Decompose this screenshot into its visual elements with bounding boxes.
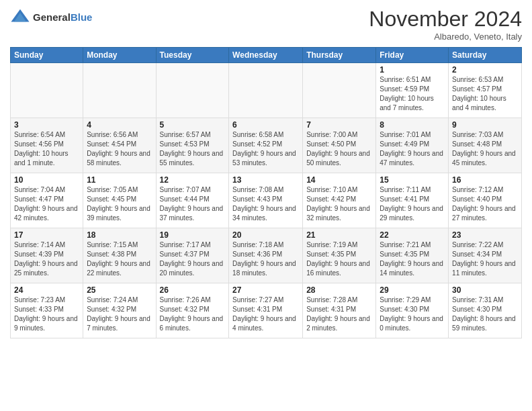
day-number: 22 — [380, 230, 445, 240]
day-info: Sunrise: 7:17 AM Sunset: 4:37 PM Dayligh… — [160, 240, 226, 278]
day-info: Sunrise: 7:23 AM Sunset: 4:33 PM Dayligh… — [14, 295, 79, 333]
day-info: Sunrise: 7:29 AM Sunset: 4:30 PM Dayligh… — [380, 295, 445, 333]
day-info: Sunrise: 7:26 AM Sunset: 4:32 PM Dayligh… — [160, 295, 226, 333]
table-row: 18Sunrise: 7:15 AM Sunset: 4:38 PM Dayli… — [83, 228, 156, 283]
logo-icon — [10, 7, 30, 27]
day-number: 29 — [380, 285, 445, 295]
table-row: 21Sunrise: 7:19 AM Sunset: 4:35 PM Dayli… — [303, 228, 376, 283]
table-row: 8Sunrise: 7:01 AM Sunset: 4:49 PM Daylig… — [376, 118, 449, 173]
logo-text: GeneralBlue — [33, 11, 92, 23]
day-number: 20 — [232, 230, 299, 240]
day-number: 28 — [306, 285, 372, 295]
table-row: 19Sunrise: 7:17 AM Sunset: 4:37 PM Dayli… — [156, 228, 229, 283]
col-wednesday: Wednesday — [229, 48, 303, 63]
day-info: Sunrise: 7:18 AM Sunset: 4:36 PM Dayligh… — [232, 240, 299, 278]
table-row: 3Sunrise: 6:54 AM Sunset: 4:56 PM Daylig… — [11, 118, 83, 173]
calendar-header-row: Sunday Monday Tuesday Wednesday Thursday… — [11, 48, 522, 63]
table-row: 9Sunrise: 7:03 AM Sunset: 4:48 PM Daylig… — [449, 118, 522, 173]
logo: GeneralBlue — [10, 7, 92, 27]
day-number: 16 — [452, 175, 518, 185]
table-row: 10Sunrise: 7:04 AM Sunset: 4:47 PM Dayli… — [11, 173, 83, 228]
table-row: 12Sunrise: 7:07 AM Sunset: 4:44 PM Dayli… — [156, 173, 229, 228]
day-info: Sunrise: 7:31 AM Sunset: 4:30 PM Dayligh… — [452, 295, 518, 333]
day-info: Sunrise: 6:53 AM Sunset: 4:57 PM Dayligh… — [452, 75, 518, 113]
day-info: Sunrise: 7:15 AM Sunset: 4:38 PM Dayligh… — [87, 240, 152, 278]
table-row — [83, 63, 156, 118]
table-row: 22Sunrise: 7:21 AM Sunset: 4:35 PM Dayli… — [376, 228, 449, 283]
day-number: 24 — [14, 285, 79, 295]
day-number: 30 — [452, 285, 518, 295]
day-info: Sunrise: 7:10 AM Sunset: 4:42 PM Dayligh… — [306, 185, 372, 223]
day-info: Sunrise: 6:56 AM Sunset: 4:54 PM Dayligh… — [87, 130, 152, 168]
month-title: November 2024 — [369, 7, 522, 32]
day-info: Sunrise: 7:08 AM Sunset: 4:43 PM Dayligh… — [232, 185, 299, 223]
day-number: 25 — [87, 285, 152, 295]
day-number: 27 — [232, 285, 299, 295]
location: Albaredo, Veneto, Italy — [369, 32, 522, 42]
table-row — [11, 63, 83, 118]
col-monday: Monday — [83, 48, 156, 63]
table-row: 23Sunrise: 7:22 AM Sunset: 4:34 PM Dayli… — [449, 228, 522, 283]
logo-blue: Blue — [71, 11, 93, 23]
day-number: 2 — [452, 65, 518, 75]
day-info: Sunrise: 6:57 AM Sunset: 4:53 PM Dayligh… — [160, 130, 226, 168]
table-row: 24Sunrise: 7:23 AM Sunset: 4:33 PM Dayli… — [11, 283, 83, 338]
day-info: Sunrise: 7:03 AM Sunset: 4:48 PM Dayligh… — [452, 130, 518, 168]
day-number: 17 — [14, 230, 79, 240]
day-info: Sunrise: 7:12 AM Sunset: 4:40 PM Dayligh… — [452, 185, 518, 223]
day-info: Sunrise: 7:05 AM Sunset: 4:45 PM Dayligh… — [87, 185, 152, 223]
logo-general: General — [33, 11, 71, 23]
day-number: 12 — [160, 175, 226, 185]
day-number: 19 — [160, 230, 226, 240]
title-area: November 2024 Albaredo, Veneto, Italy — [369, 7, 522, 42]
day-number: 5 — [160, 120, 226, 130]
day-number: 8 — [380, 120, 445, 130]
day-number: 15 — [380, 175, 445, 185]
day-number: 1 — [380, 65, 445, 75]
day-info: Sunrise: 7:27 AM Sunset: 4:31 PM Dayligh… — [232, 295, 299, 333]
day-info: Sunrise: 6:54 AM Sunset: 4:56 PM Dayligh… — [14, 130, 79, 168]
day-number: 7 — [306, 120, 372, 130]
day-number: 14 — [306, 175, 372, 185]
col-tuesday: Tuesday — [156, 48, 229, 63]
table-row: 30Sunrise: 7:31 AM Sunset: 4:30 PM Dayli… — [449, 283, 522, 338]
day-info: Sunrise: 7:07 AM Sunset: 4:44 PM Dayligh… — [160, 185, 226, 223]
day-info: Sunrise: 7:01 AM Sunset: 4:49 PM Dayligh… — [380, 130, 445, 168]
day-number: 13 — [232, 175, 299, 185]
table-row — [229, 63, 303, 118]
table-row: 14Sunrise: 7:10 AM Sunset: 4:42 PM Dayli… — [303, 173, 376, 228]
table-row: 29Sunrise: 7:29 AM Sunset: 4:30 PM Dayli… — [376, 283, 449, 338]
table-row: 13Sunrise: 7:08 AM Sunset: 4:43 PM Dayli… — [229, 173, 303, 228]
table-row: 1Sunrise: 6:51 AM Sunset: 4:59 PM Daylig… — [376, 63, 449, 118]
day-number: 23 — [452, 230, 518, 240]
table-row: 26Sunrise: 7:26 AM Sunset: 4:32 PM Dayli… — [156, 283, 229, 338]
day-number: 9 — [452, 120, 518, 130]
col-friday: Friday — [376, 48, 449, 63]
day-number: 3 — [14, 120, 79, 130]
table-row: 2Sunrise: 6:53 AM Sunset: 4:57 PM Daylig… — [449, 63, 522, 118]
day-info: Sunrise: 7:11 AM Sunset: 4:41 PM Dayligh… — [380, 185, 445, 223]
table-row: 20Sunrise: 7:18 AM Sunset: 4:36 PM Dayli… — [229, 228, 303, 283]
day-number: 4 — [87, 120, 152, 130]
day-number: 21 — [306, 230, 372, 240]
col-sunday: Sunday — [11, 48, 83, 63]
table-row: 17Sunrise: 7:14 AM Sunset: 4:39 PM Dayli… — [11, 228, 83, 283]
table-row: 25Sunrise: 7:24 AM Sunset: 4:32 PM Dayli… — [83, 283, 156, 338]
day-info: Sunrise: 7:14 AM Sunset: 4:39 PM Dayligh… — [14, 240, 79, 278]
table-row: 4Sunrise: 6:56 AM Sunset: 4:54 PM Daylig… — [83, 118, 156, 173]
day-info: Sunrise: 7:28 AM Sunset: 4:31 PM Dayligh… — [306, 295, 372, 333]
table-row: 7Sunrise: 7:00 AM Sunset: 4:50 PM Daylig… — [303, 118, 376, 173]
table-row: 27Sunrise: 7:27 AM Sunset: 4:31 PM Dayli… — [229, 283, 303, 338]
day-info: Sunrise: 7:24 AM Sunset: 4:32 PM Dayligh… — [87, 295, 152, 333]
table-row — [303, 63, 376, 118]
page-header: GeneralBlue November 2024 Albaredo, Vene… — [10, 7, 522, 42]
day-info: Sunrise: 7:04 AM Sunset: 4:47 PM Dayligh… — [14, 185, 79, 223]
day-info: Sunrise: 7:22 AM Sunset: 4:34 PM Dayligh… — [452, 240, 518, 278]
day-info: Sunrise: 7:21 AM Sunset: 4:35 PM Dayligh… — [380, 240, 445, 278]
table-row: 6Sunrise: 6:58 AM Sunset: 4:52 PM Daylig… — [229, 118, 303, 173]
col-saturday: Saturday — [449, 48, 522, 63]
table-row: 11Sunrise: 7:05 AM Sunset: 4:45 PM Dayli… — [83, 173, 156, 228]
table-row: 28Sunrise: 7:28 AM Sunset: 4:31 PM Dayli… — [303, 283, 376, 338]
day-number: 10 — [14, 175, 79, 185]
day-number: 6 — [232, 120, 299, 130]
